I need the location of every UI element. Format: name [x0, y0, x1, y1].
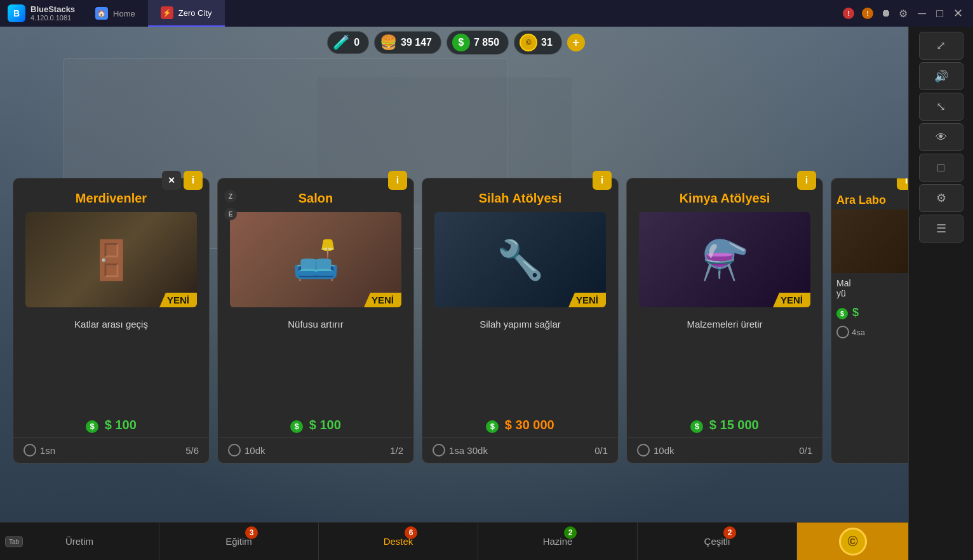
card-image-merdivenler: YENİ — [25, 212, 197, 307]
sidebar-fullscreen-btn[interactable]: ⤡ — [919, 93, 963, 121]
coin-value: 31 — [541, 37, 553, 48]
sidebar-window-btn[interactable]: □ — [919, 154, 963, 182]
window-controls: ─ □ ✕ — [915, 6, 965, 20]
shortcut-e: E — [224, 208, 237, 220]
card-title-kimya: Kimya Atölyesi — [680, 191, 770, 206]
card-time-silah: 1sa 30dk — [433, 444, 488, 457]
nav-destek[interactable]: 6 Destek — [319, 523, 478, 560]
titlebar-controls: ! ! ⏺ ⚙ ─ □ ✕ — [835, 6, 973, 20]
nav-cesitli[interactable]: 2 Çeşitli — [638, 523, 797, 560]
card-desc-merdivenler: Katlar arası geçiş — [64, 314, 158, 414]
nav-hazine-badge: 2 — [564, 526, 577, 539]
card-price-merdivenler: $ $ 100 — [86, 418, 137, 433]
right-sidebar: ⤢ 🔊 ⤡ 👁 □ ⚙ ☰ — [908, 27, 973, 560]
card-price-partial: $ $ — [831, 303, 864, 322]
home-icon: 🏠 — [95, 7, 108, 20]
coin-counter: © 31 — [514, 30, 562, 55]
nav-hazine[interactable]: 2 Hazine — [478, 523, 638, 560]
card-count-salon: 1/2 — [390, 445, 403, 456]
card-footer-merdivenler: 1sn 5/6 — [13, 437, 209, 463]
shortcut-z: Z — [224, 190, 237, 203]
sidebar-volume-btn[interactable]: 🔊 — [919, 62, 963, 90]
card-footer-salon: 10dk 1/2 — [218, 437, 413, 463]
minimize-button[interactable]: ─ — [915, 7, 929, 20]
bluestacks-logo: B BlueStacks 4.120.0.1081 — [0, 4, 83, 22]
record-icon[interactable]: ⏺ — [881, 8, 891, 19]
sidebar-expand-btn[interactable]: ⤢ — [919, 32, 963, 60]
notification-red[interactable]: ! — [843, 8, 854, 19]
card-desc-kimya: Malzemeleri üretir — [676, 314, 772, 414]
food-value: 39 147 — [401, 37, 432, 48]
bottom-navigation: Tab Üretim 3 Eğitim 6 Destek 2 Hazine 2 … — [0, 522, 908, 560]
dollar-counter: $ 7 850 — [446, 30, 509, 55]
settings-icon[interactable]: ⚙ — [899, 8, 908, 20]
nav-coin-button[interactable]: © — [797, 523, 908, 560]
card-close-button[interactable]: ✕ — [162, 171, 181, 190]
card-badge-kimya: YENİ — [773, 293, 810, 307]
sidebar-settings-btn[interactable]: ⚙ — [919, 184, 963, 212]
card-footer-partial: 4sa — [831, 322, 870, 342]
tab-game[interactable]: ⚡ Zero City — [148, 0, 225, 27]
card-title-salon: Salon — [299, 191, 333, 206]
potion-icon: 🧪 — [333, 34, 350, 51]
top-hud: 🧪 0 🍔 39 147 $ 7 850 © 31 + — [0, 27, 909, 58]
card-image-kimya: YENİ — [639, 212, 810, 307]
card-count-merdivenler: 5/6 — [185, 445, 199, 456]
card-info-button-salon[interactable]: i — [388, 171, 407, 190]
notification-orange[interactable]: ! — [862, 8, 873, 19]
bluestacks-name: BlueStacks — [30, 4, 75, 14]
card-info-button[interactable]: i — [184, 171, 203, 190]
card-count-silah: 0/1 — [594, 445, 608, 456]
card-desc-silah: Silah yapımı sağlar — [469, 314, 571, 414]
tab-home[interactable]: 🏠 Home — [83, 0, 148, 27]
titlebar: B BlueStacks 4.120.0.1081 🏠 Home ⚡ Zero … — [0, 0, 973, 27]
cards-area: ✕ i Merdivenler YENİ Katlar arası geçiş … — [0, 178, 908, 483]
clock-icon-silah — [433, 444, 445, 457]
card-image-silah: YENİ — [434, 212, 606, 307]
card-price-kimya: $ $ 15 000 — [690, 418, 758, 433]
add-currency-button[interactable]: + — [567, 34, 585, 51]
card-merdivenler: ✕ i Merdivenler YENİ Katlar arası geçiş … — [13, 178, 210, 463]
nav-uretim-label: Üretim — [65, 536, 93, 547]
card-time-merdivenler: 1sn — [23, 444, 55, 457]
nav-egitim-badge: 3 — [245, 526, 258, 539]
bluestacks-version: 4.120.0.1081 — [30, 14, 75, 22]
sidebar-eye-btn[interactable]: 👁 — [919, 123, 963, 151]
price-dollar-icon-salon: $ — [290, 420, 303, 433]
clock-icon-salon — [228, 444, 241, 457]
nav-uretim[interactable]: Tab Üretim — [0, 523, 159, 560]
card-title-silah: Silah Atölyesi — [479, 191, 561, 206]
bluestacks-icon: B — [8, 4, 25, 22]
close-button[interactable]: ✕ — [951, 6, 965, 20]
dollar-value: 7 850 — [474, 37, 499, 48]
card-count-kimya: 0/1 — [799, 445, 812, 456]
nav-destek-badge: 6 — [405, 526, 417, 539]
price-icon-partial: $ — [836, 308, 848, 319]
card-desc-partial: Malyü — [831, 273, 856, 303]
card-image-salon: YENİ — [230, 212, 401, 307]
potion-counter: 🧪 0 — [327, 31, 369, 54]
card-footer-silah: 1sa 30dk 0/1 — [422, 437, 618, 463]
maximize-button[interactable]: □ — [934, 7, 946, 20]
nav-cesitli-badge: 2 — [723, 526, 736, 539]
price-dollar-icon-silah: $ — [486, 420, 499, 433]
card-title-partial: Ara Labo — [831, 191, 891, 210]
card-silah: i Silah Atölyesi YENİ Silah yapımı sağla… — [422, 178, 619, 463]
potion-value: 0 — [354, 37, 359, 48]
clock-icon — [23, 444, 36, 457]
sidebar-menu-btn[interactable]: ☰ — [919, 215, 963, 243]
card-info-button-silah[interactable]: i — [593, 171, 612, 190]
card-kimya: i Kimya Atölyesi YENİ Malzemeleri üretir… — [626, 178, 823, 463]
clock-icon-partial — [836, 326, 849, 338]
card-time-kimya: 10dk — [637, 444, 674, 457]
price-dollar-icon: $ — [86, 420, 98, 433]
card-price-silah: $ $ 30 000 — [486, 418, 554, 433]
dollar-icon: $ — [452, 34, 470, 51]
nav-egitim[interactable]: 3 Eğitim — [159, 523, 319, 560]
card-time-salon: 10dk — [228, 444, 265, 457]
food-counter: 🍔 39 147 — [374, 31, 441, 54]
food-icon: 🍔 — [380, 34, 397, 51]
card-info-button-kimya[interactable]: i — [797, 171, 816, 190]
card-salon: i Z E Salon YENİ Nüfusu artırır $ $ 100 … — [217, 178, 414, 463]
clock-icon-kimya — [637, 444, 650, 457]
